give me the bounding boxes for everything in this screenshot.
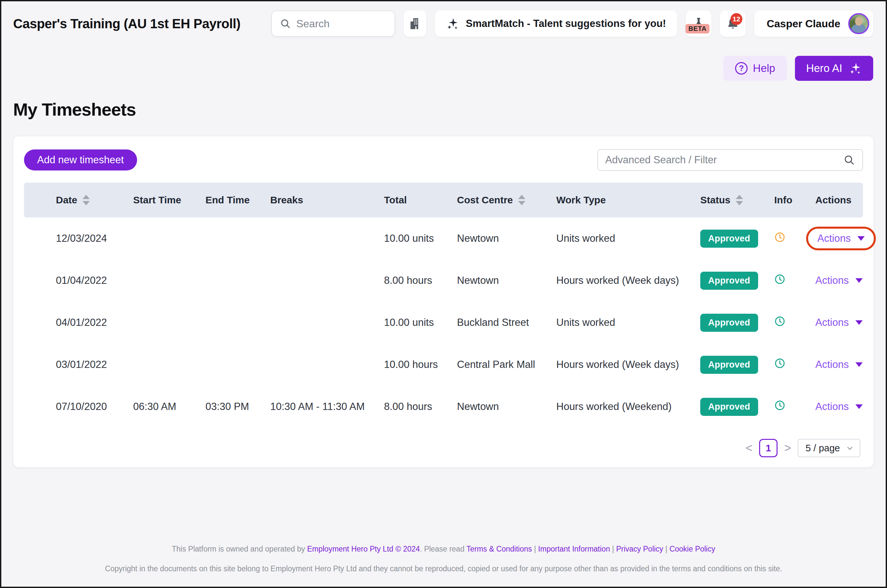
cell-actions: Actions (815, 226, 876, 250)
footer-line1: This Platform is owned and operated by E… (21, 544, 866, 554)
row-actions-button[interactable]: Actions (815, 359, 863, 370)
cell-breaks: 10:30 AM - 11:30 AM (270, 401, 384, 412)
sparkles-icon (446, 17, 459, 30)
cell-cost-centre: Central Park Mall (457, 359, 556, 370)
cell-info (774, 316, 815, 330)
topbar-right-group: BETA 12 Casper Claude (686, 10, 873, 37)
footer-link[interactable]: Cookie Policy (669, 544, 715, 553)
column-header-end-time[interactable]: End Time (206, 195, 270, 206)
assist-row: ? Help Hero AI (2, 37, 885, 81)
row-actions-label: Actions (815, 401, 849, 412)
column-header-label: Cost Centre (457, 195, 513, 206)
search-icon (280, 18, 291, 29)
cell-date: 04/01/2022 (56, 316, 133, 328)
next-page-icon[interactable]: > (784, 442, 791, 454)
column-header-breaks[interactable]: Breaks (270, 195, 384, 206)
column-header-label: Date (56, 195, 77, 206)
row-actions-button[interactable]: Actions (815, 316, 863, 328)
hero-ai-button[interactable]: Hero AI (795, 56, 873, 81)
cell-date: 01/04/2022 (56, 274, 133, 286)
company-switcher-button[interactable] (404, 10, 426, 37)
cell-status: Approved (700, 356, 774, 374)
status-badge: Approved (700, 314, 758, 332)
column-header-label: Start Time (133, 195, 181, 206)
cell-work-type: Units worked (556, 316, 700, 328)
cell-status: Approved (700, 314, 774, 332)
footer-line2: Copyright in the documents on this site … (21, 563, 866, 574)
page-size-value: 5 / page (806, 443, 840, 454)
footer-link[interactable]: Privacy Policy (616, 544, 663, 553)
cell-status: Approved (700, 398, 774, 416)
advanced-filter[interactable] (597, 149, 863, 171)
timesheets-card: Add new timesheet Date Start Time End Ti… (13, 136, 874, 468)
search-input[interactable] (296, 18, 386, 30)
card-toolbar: Add new timesheet (24, 149, 863, 171)
pagination: < 1 > 5 / page (24, 439, 863, 457)
footer-text: . Please read (420, 544, 466, 553)
cell-info (774, 400, 815, 414)
cell-date: 07/10/2020 (56, 401, 133, 412)
column-header-label: Work Type (556, 195, 606, 206)
beta-labs-button[interactable]: BETA (686, 10, 711, 37)
user-menu[interactable]: Casper Claude (754, 10, 873, 37)
search-icon[interactable] (843, 154, 855, 166)
column-header-label: Actions (815, 195, 851, 206)
column-header-work-type[interactable]: Work Type (556, 195, 700, 206)
notifications-button[interactable]: 12 (720, 10, 746, 37)
footer-link[interactable]: Terms & Conditions (466, 544, 532, 553)
cell-actions: Actions (815, 401, 863, 412)
current-page-button[interactable]: 1 (759, 439, 777, 457)
column-header-start-time[interactable]: Start Time (133, 195, 206, 206)
clock-icon[interactable] (774, 400, 785, 411)
caret-down-icon (855, 362, 863, 367)
page-title: My Timesheets (13, 99, 885, 120)
sort-icon[interactable] (518, 195, 525, 205)
cell-total: 8.00 hours (384, 274, 457, 286)
column-header-status[interactable]: Status (700, 195, 774, 206)
sort-icon[interactable] (736, 195, 743, 205)
row-actions-label: Actions (815, 359, 849, 370)
row-actions-label: Actions (815, 274, 849, 286)
caret-down-icon (855, 320, 863, 325)
caret-down-icon (855, 278, 863, 283)
column-header-date[interactable]: Date (56, 195, 133, 206)
cell-info (774, 358, 815, 372)
row-actions-button[interactable]: Actions (817, 232, 864, 244)
clock-icon[interactable] (774, 358, 785, 369)
cell-total: 10.00 hours (384, 359, 457, 370)
clock-icon[interactable] (774, 232, 785, 243)
advanced-filter-input[interactable] (605, 154, 838, 166)
sort-icon[interactable] (83, 195, 90, 205)
smartmatch-banner-button[interactable]: SmartMatch - Talent suggestions for you! (435, 10, 677, 37)
status-badge: Approved (700, 230, 758, 248)
cell-status: Approved (700, 230, 774, 248)
row-actions-label: Actions (815, 316, 849, 328)
app-window: Casper's Training (AU 1st EH Payroll) Sm… (0, 0, 887, 588)
table-body: 12/03/2024 10.00 units Newtown Units wor… (24, 218, 863, 428)
clock-icon[interactable] (774, 274, 785, 285)
column-header-total[interactable]: Total (384, 195, 457, 206)
page-size-select[interactable]: 5 / page (798, 439, 860, 457)
clock-icon[interactable] (774, 316, 785, 327)
cell-date: 12/03/2024 (56, 232, 133, 244)
footer-link[interactable]: Important Information (538, 544, 610, 553)
row-actions-wrap: Actions (815, 359, 863, 370)
cell-status: Approved (700, 272, 774, 290)
prev-page-icon[interactable]: < (746, 442, 753, 454)
top-bar: Casper's Training (AU 1st EH Payroll) Sm… (2, 2, 885, 37)
smartmatch-label: SmartMatch - Talent suggestions for you! (466, 18, 666, 30)
add-new-timesheet-button[interactable]: Add new timesheet (24, 150, 137, 171)
cell-cost-centre: Newtown (457, 274, 556, 286)
column-header-actions[interactable]: Actions (815, 195, 851, 206)
user-avatar (848, 13, 869, 34)
column-header-label: Status (700, 195, 731, 206)
column-header-cost-centre[interactable]: Cost Centre (457, 195, 556, 206)
column-header-info[interactable]: Info (774, 195, 815, 206)
cell-date: 03/01/2022 (56, 359, 133, 370)
cell-work-type: Hours worked (Weekend) (556, 401, 700, 412)
footer-link[interactable]: Employment Hero Pty Ltd © 2024 (307, 544, 420, 553)
global-search[interactable] (271, 10, 395, 37)
help-button[interactable]: ? Help (723, 56, 787, 81)
row-actions-button[interactable]: Actions (815, 401, 863, 412)
row-actions-button[interactable]: Actions (815, 274, 863, 286)
